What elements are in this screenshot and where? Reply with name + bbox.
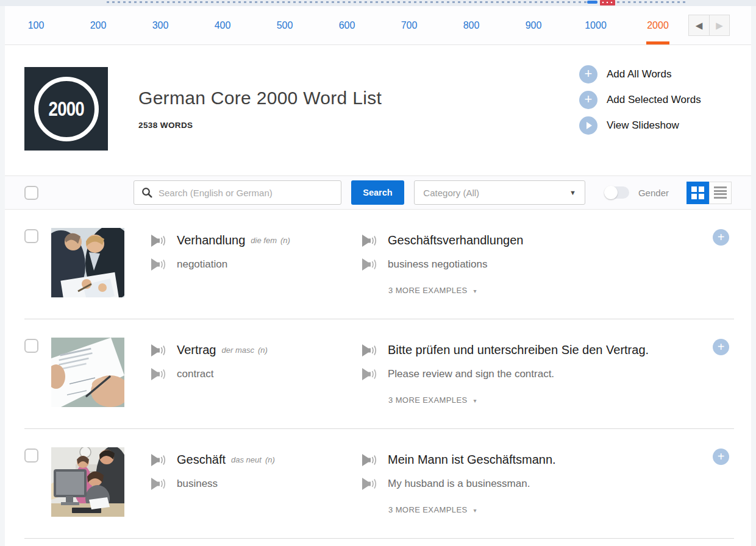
view-slideshow-button[interactable]: View Slideshow xyxy=(579,116,732,135)
tab-900[interactable]: 900 xyxy=(502,6,565,44)
tab-300[interactable]: 300 xyxy=(129,6,191,44)
row-checkbox[interactable] xyxy=(24,229,38,243)
logo-circle: 2000 xyxy=(34,77,99,141)
english-translation: business xyxy=(177,478,218,490)
page-title: German Core 2000 Word List xyxy=(138,88,382,108)
chevron-down-icon: ▼ xyxy=(569,189,576,196)
add-word-button[interactable]: + xyxy=(713,448,729,465)
search-button[interactable]: Search xyxy=(351,180,405,205)
row-checkbox[interactable] xyxy=(24,448,38,463)
add-all-words-button[interactable]: + Add All Words xyxy=(579,65,732,83)
part-of-speech: (n) xyxy=(280,236,290,245)
audio-icon[interactable] xyxy=(150,234,166,247)
word-list-panel: 100 200 300 400 500 600 700 800 900 1000… xyxy=(5,6,751,546)
more-examples-button[interactable]: 3 MORE EXAMPLES▾ xyxy=(388,505,732,514)
search-icon xyxy=(141,187,152,198)
english-translation: contract xyxy=(177,368,213,380)
gender-label: das neut xyxy=(231,455,262,464)
list-header: 2000 German Core 2000 Word List 2538 WOR… xyxy=(5,45,751,176)
word-photo-contract xyxy=(51,338,124,407)
add-word-button[interactable]: + xyxy=(713,339,729,355)
gender-toggle[interactable] xyxy=(604,186,629,199)
play-icon xyxy=(579,116,597,135)
tab-1000[interactable]: 1000 xyxy=(565,6,627,44)
example-english: Please review and sign the contract. xyxy=(388,368,554,380)
chevron-down-icon: ▾ xyxy=(474,288,477,294)
plus-icon: + xyxy=(579,91,597,109)
tab-100[interactable]: 100 xyxy=(5,6,67,44)
audio-icon[interactable] xyxy=(361,234,377,247)
example-german: Bitte prüfen und unterschreiben Sie den … xyxy=(388,343,649,357)
tab-600[interactable]: 600 xyxy=(316,6,378,44)
search-field[interactable] xyxy=(134,180,341,205)
dashed-line xyxy=(107,1,686,3)
example-english: business negotiations xyxy=(388,258,488,271)
tab-200[interactable]: 200 xyxy=(67,6,129,44)
chevron-down-icon: ▾ xyxy=(474,507,477,514)
tab-700[interactable]: 700 xyxy=(378,6,440,44)
category-select[interactable]: Category (All) ▼ xyxy=(414,180,585,205)
logo-number: 2000 xyxy=(48,98,84,121)
word-count-label: 2538 WORDS xyxy=(138,121,382,130)
audio-icon[interactable] xyxy=(361,344,377,357)
word-photo-office xyxy=(51,447,124,517)
chevron-down-icon: ▾ xyxy=(474,397,477,404)
top-dotted-artifact xyxy=(0,0,756,6)
prev-page-button[interactable]: ◀ xyxy=(688,15,709,36)
example-english: My husband is a businessman. xyxy=(388,478,530,490)
audio-icon[interactable] xyxy=(150,258,166,271)
audio-icon[interactable] xyxy=(361,367,377,381)
german-word: Vertrag xyxy=(177,343,216,357)
list-view-button[interactable] xyxy=(709,182,732,204)
german-word: Geschäft xyxy=(177,453,226,467)
audio-icon[interactable] xyxy=(150,477,166,491)
tab-400[interactable]: 400 xyxy=(191,6,254,44)
word-row-geschaeft: Geschäft das neut (n) business xyxy=(5,429,751,539)
blue-marker xyxy=(587,1,597,4)
level-tab-bar: 100 200 300 400 500 600 700 800 900 1000… xyxy=(5,6,751,45)
search-input[interactable] xyxy=(159,188,333,198)
add-selected-words-button[interactable]: + Add Selected Words xyxy=(579,91,732,109)
audio-icon[interactable] xyxy=(361,258,377,271)
gender-toggle-label: Gender xyxy=(638,188,669,198)
more-examples-button[interactable]: 3 MORE EXAMPLES▾ xyxy=(388,395,732,405)
example-german: Geschäftsverhandlungen xyxy=(388,233,523,247)
word-row-verhandlung: Verhandlung die fem (n) negotiation xyxy=(5,210,751,319)
more-examples-button[interactable]: 3 MORE EXAMPLES▾ xyxy=(388,286,732,295)
list-icon xyxy=(714,185,727,200)
view-mode-toggle xyxy=(686,182,732,204)
tab-500[interactable]: 500 xyxy=(254,6,316,44)
tab-2000[interactable]: 2000 xyxy=(627,6,689,44)
word-row-vertrag: Vertrag der masc (n) contract xyxy=(5,319,751,429)
audio-icon[interactable] xyxy=(150,367,166,381)
audio-icon[interactable] xyxy=(150,344,166,357)
word-photo-negotiation xyxy=(51,228,124,297)
header-actions: + Add All Words + Add Selected Words Vie… xyxy=(579,65,732,142)
german-word: Verhandlung xyxy=(177,233,245,247)
tab-pager: ◀ ▶ xyxy=(688,15,730,36)
red-marker xyxy=(600,0,615,5)
add-word-button[interactable]: + xyxy=(713,229,729,246)
gender-label: der masc xyxy=(221,346,254,355)
plus-icon: + xyxy=(579,65,597,83)
core-2000-logo: 2000 xyxy=(24,67,108,151)
tab-800[interactable]: 800 xyxy=(440,6,502,44)
list-toolbar: Search Category (All) ▼ Gender xyxy=(5,176,751,210)
toggle-knob xyxy=(604,186,618,199)
grid-icon xyxy=(691,186,704,199)
audio-icon[interactable] xyxy=(150,453,166,467)
grid-view-button[interactable] xyxy=(686,182,709,204)
row-divider xyxy=(24,538,734,539)
part-of-speech: (n) xyxy=(258,346,268,355)
gender-label: die fem xyxy=(251,236,277,245)
audio-icon[interactable] xyxy=(361,477,377,491)
row-checkbox[interactable] xyxy=(24,339,38,353)
example-german: Mein Mann ist Geschäftsmann. xyxy=(388,453,556,467)
audio-icon[interactable] xyxy=(361,453,377,467)
next-page-button[interactable]: ▶ xyxy=(709,15,730,36)
english-translation: negotiation xyxy=(177,258,227,271)
part-of-speech: (n) xyxy=(265,455,275,464)
select-all-checkbox[interactable] xyxy=(24,186,38,200)
